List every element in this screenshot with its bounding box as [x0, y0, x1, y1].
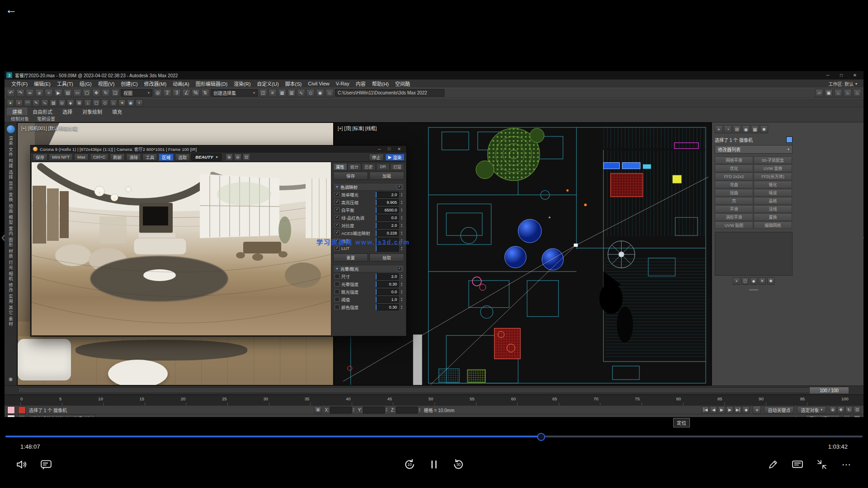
parameter-checkbox[interactable]: ✓	[335, 246, 340, 251]
undo-icon[interactable]: ↶	[7, 89, 15, 97]
cylinder-primitive-icon[interactable]: ◎	[58, 99, 66, 107]
menu-item[interactable]: 文件(F)	[8, 80, 31, 87]
corona-load-button[interactable]: 加载	[369, 172, 404, 180]
volume-icon[interactable]	[15, 458, 28, 471]
object-color-swatch[interactable]	[786, 136, 793, 143]
corona-toolbar-button[interactable]: Mint NFT	[49, 154, 73, 161]
corona-toolbar-button[interactable]: 清除	[126, 154, 141, 161]
select-object-icon[interactable]: ▶	[54, 89, 62, 97]
parameter-checkbox[interactable]	[335, 282, 340, 286]
teapot-icon[interactable]: ♨	[110, 99, 117, 107]
parameter-value[interactable]: 9.905	[376, 199, 399, 206]
workspace-selector[interactable]: 工作区: 默认▾	[828, 80, 860, 87]
modifier-button[interactable]: FFD(长方体)	[754, 173, 792, 180]
spinner-arrows[interactable]: ▲▼	[401, 200, 403, 205]
ribbon-panel-label[interactable]: 绘制对象	[11, 115, 29, 122]
note-pencil-icon[interactable]	[767, 458, 779, 471]
sidebar-tab[interactable]: 动画	[8, 204, 13, 213]
corona-toolbar-button[interactable]: 选取	[175, 154, 190, 161]
coordinate-field[interactable]: Z: ▲▼	[391, 407, 421, 413]
select-by-name-icon[interactable]: ▤	[64, 89, 72, 97]
spinner-arrows[interactable]: ▲▼	[401, 246, 403, 251]
maxscript-listener-icon[interactable]	[7, 406, 15, 414]
zoom-fit-icon[interactable]: ⊡	[243, 154, 250, 161]
modifier-button[interactable]: 优化	[715, 164, 753, 172]
spinner-arrows[interactable]: ▲▼	[401, 192, 403, 197]
spinner-arrows[interactable]: ▲▼	[401, 274, 403, 279]
sidebar-tab[interactable]: 实用	[8, 294, 13, 304]
snap-3d-icon[interactable]: 3	[173, 89, 181, 97]
ribbon-panel-label[interactable]: 笔刷设置	[37, 115, 55, 122]
sidebar-tab[interactable]: 材质	[8, 249, 13, 258]
folder-icon[interactable]: ▱	[815, 89, 823, 97]
reset-button[interactable]: 重置	[333, 253, 368, 262]
sidebar-tab[interactable]: 选择	[8, 170, 13, 179]
grid-helper-icon[interactable]: ⊞	[75, 99, 83, 107]
set-key-icon[interactable]: ◆	[742, 406, 750, 413]
spinner-arrows[interactable]: ▲▼	[401, 290, 403, 294]
corona-maximize-button[interactable]: □	[384, 147, 394, 151]
box-primitive-icon[interactable]: ▧	[50, 99, 57, 107]
modifier-button[interactable]: 壳	[715, 197, 753, 205]
remove-modifier-icon[interactable]: ✕	[759, 277, 766, 285]
bind-to-spacewarp-icon[interactable]: ≈	[45, 89, 53, 97]
close-prompt-icon[interactable]: ✕	[18, 415, 25, 417]
paint-deform-icon[interactable]: ●	[7, 99, 14, 107]
danmaku-settings-icon[interactable]	[791, 458, 804, 471]
sidebar-tab[interactable]: 图形	[8, 238, 13, 247]
sidebar-tab[interactable]: 构建	[8, 159, 13, 168]
exit-fullscreen-icon[interactable]	[816, 458, 828, 471]
corona-save-button[interactable]: 保存	[333, 172, 368, 180]
menu-item[interactable]: 组(G)	[76, 80, 95, 87]
parameter-value[interactable]: 0.0	[376, 289, 399, 295]
sidebar-tab[interactable]: 文件	[8, 147, 13, 157]
menu-item[interactable]: 动画(A)	[170, 80, 193, 87]
time-slider[interactable]: 100 / 100	[5, 385, 863, 394]
curve-editor-icon[interactable]: ∿	[297, 89, 305, 97]
parameter-value[interactable]: 0.0	[376, 215, 399, 221]
corona-tab[interactable]: DR	[376, 163, 390, 170]
sidebar-tab[interactable]: 显示	[8, 181, 13, 191]
select-and-rotate-icon[interactable]: ↻	[102, 89, 110, 97]
parameter-checkbox[interactable]: ✓	[335, 192, 340, 197]
ribbon-tab[interactable]: 对象绘制	[78, 108, 107, 115]
hierarchy-tab-icon[interactable]: ⊞	[733, 125, 741, 133]
unlink-selection-icon[interactable]: ⌀	[35, 89, 43, 97]
spinner-arrows[interactable]: ▲▼	[401, 297, 403, 302]
parameter-value[interactable]: 2.0	[376, 222, 399, 229]
maxscript-mini-listener[interactable]	[7, 415, 15, 418]
toggle-ribbon-icon[interactable]: ▥	[288, 89, 296, 97]
modifier-button[interactable]: UVW 变换	[754, 164, 792, 172]
rendered-frame-window-icon[interactable]: ▣	[825, 89, 833, 97]
previous-frame-icon[interactable]: ◀	[710, 406, 717, 413]
spinner-arrows[interactable]: ▲▼	[401, 282, 403, 286]
corona-tab[interactable]: 灯层	[390, 163, 404, 170]
configure-modifier-sets-icon[interactable]: ✱	[767, 277, 774, 285]
spinner-arrows[interactable]: ▲▼	[401, 231, 403, 235]
corona-toolbar-button[interactable]: 区域	[159, 154, 174, 161]
relax-brush-icon[interactable]: ●	[15, 99, 23, 107]
modifier-button[interactable]: 编辑网格	[754, 221, 792, 229]
spinner-arrows[interactable]: ▲▼	[401, 216, 403, 220]
time-slider-handle[interactable]: 100 / 100	[809, 387, 849, 394]
corona-tab[interactable]: 统计	[348, 163, 362, 170]
mirror-icon[interactable]: ◫	[259, 89, 267, 97]
coordinate-field[interactable]: Y: ▲▼	[358, 407, 388, 413]
make-unique-icon[interactable]: ◆	[750, 277, 757, 285]
ribbon-tab[interactable]: 建模	[7, 108, 27, 115]
modifier-button[interactable]: 置换	[754, 213, 792, 221]
modifier-button[interactable]: 晶格	[754, 197, 792, 205]
render-setup-icon[interactable]: ♨	[326, 89, 334, 97]
corona-toolbar-button[interactable]: Ctrl+C	[90, 154, 108, 161]
parameter-value[interactable]: 2.0	[376, 273, 399, 280]
named-selection-set-field[interactable]: 创建选择集▾	[211, 89, 258, 97]
rectangular-region-icon[interactable]: ▭	[73, 89, 81, 97]
parameter-value[interactable]: 1.0	[376, 296, 399, 303]
parameter-checkbox[interactable]: ✓	[335, 223, 340, 228]
redo-icon[interactable]: ↷	[16, 89, 24, 97]
menu-item[interactable]: 编辑(E)	[31, 80, 54, 87]
more-options-icon[interactable]: ⋯	[840, 458, 853, 471]
menu-item[interactable]: Civil View	[305, 81, 332, 86]
spinner-arrows[interactable]: ▲▼	[401, 208, 403, 212]
parameter-value[interactable]: 0.30	[376, 304, 399, 310]
